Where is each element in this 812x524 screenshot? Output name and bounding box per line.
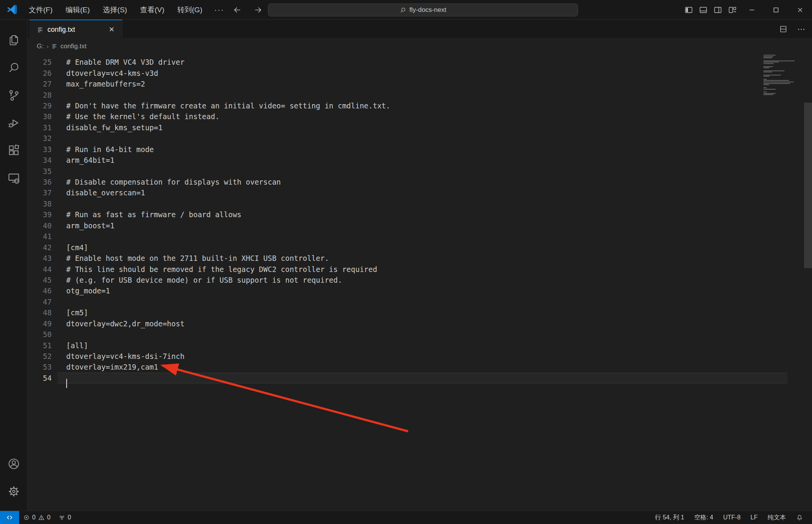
title-bar: 文件(F) 编辑(E) 选择(S) 查看(V) 转到(G) ··· fly-do… <box>0 0 812 20</box>
editor-more-actions-icon[interactable]: ⋯ <box>795 23 808 36</box>
code-line[interactable]: 43# Enable host mode on the 2711 built-i… <box>28 253 812 264</box>
text-file-icon <box>52 43 57 49</box>
toggle-primary-sidebar-icon[interactable] <box>681 0 696 20</box>
code-line[interactable]: 53dtoverlay=imx219,cam1 <box>28 362 812 372</box>
code-line[interactable]: 51[all] <box>28 340 812 350</box>
run-and-debug-icon[interactable] <box>2 109 26 137</box>
code-text: disable_overscan=1 <box>66 188 145 197</box>
settings-gear-icon[interactable] <box>2 478 26 505</box>
code-line[interactable]: 36# Disable compensation for displays wi… <box>28 177 812 187</box>
breadcrumb-drive[interactable]: G: <box>37 43 44 50</box>
code-line[interactable]: 25# Enable DRM VC4 V3D driver <box>28 57 812 67</box>
code-line[interactable]: 34arm_64bit=1 <box>28 155 812 165</box>
warning-icon <box>38 514 45 521</box>
code-line[interactable]: 28 <box>28 89 812 100</box>
navigate-forward-icon[interactable] <box>250 3 266 17</box>
code-line[interactable]: 41 <box>28 231 812 242</box>
code-line[interactable]: 32 <box>28 133 812 144</box>
close-window-button[interactable] <box>788 0 812 20</box>
code-text: # Enable host mode on the 2711 built-in … <box>66 254 329 262</box>
vertical-scrollbar[interactable] <box>804 54 812 511</box>
code-line[interactable]: 27max_framebuffers=2 <box>28 79 812 89</box>
customize-layout-icon[interactable] <box>725 0 740 20</box>
code-text: # Run as fast as firmware / board allows <box>66 210 242 219</box>
code-line[interactable]: 40arm_boost=1 <box>28 220 812 231</box>
menu-overflow[interactable]: ··· <box>209 5 230 14</box>
maximize-button[interactable] <box>764 0 788 20</box>
line-number: 34 <box>28 156 66 164</box>
code-line[interactable]: 30# Use the kernel's default instead. <box>28 111 812 122</box>
menu-selection[interactable]: 选择(S) <box>96 0 134 20</box>
ports-indicator[interactable]: 0 <box>54 511 75 524</box>
toggle-panel-icon[interactable] <box>696 0 711 20</box>
code-line[interactable]: 50 <box>28 329 812 340</box>
encoding[interactable]: UTF-8 <box>718 511 745 524</box>
menu-goto[interactable]: 转到(G) <box>171 0 209 20</box>
text-file-icon <box>37 26 44 33</box>
remote-explorer-icon[interactable] <box>2 164 26 192</box>
tab-close-icon[interactable]: ✕ <box>106 25 117 34</box>
line-number: 49 <box>28 319 66 328</box>
tab-bar: config.txt ✕ ⋯ <box>28 20 812 39</box>
navigate-back-icon[interactable] <box>230 3 245 17</box>
scrollbar-slider[interactable] <box>804 103 812 268</box>
menu-file[interactable]: 文件(F) <box>22 0 59 20</box>
breadcrumb-file[interactable]: config.txt <box>60 43 87 50</box>
tab-config-txt[interactable]: config.txt ✕ <box>29 20 123 39</box>
code-line[interactable]: 37disable_overscan=1 <box>28 187 812 198</box>
line-number: 39 <box>28 210 66 219</box>
code-line[interactable]: 47 <box>28 296 812 307</box>
code-text: dtoverlay=dwc2,dr_mode=host <box>66 319 185 328</box>
code-text: arm_64bit=1 <box>66 156 114 164</box>
line-number: 31 <box>28 123 66 132</box>
ports-count: 0 <box>68 514 71 521</box>
code-line[interactable]: 29# Don't have the firmware create an in… <box>28 100 812 111</box>
code-line[interactable]: 33# Run in 64-bit mode <box>28 144 812 155</box>
minimap[interactable] <box>763 55 803 97</box>
code-text: arm_boost=1 <box>66 221 114 230</box>
remote-indicator[interactable] <box>0 511 19 524</box>
split-editor-icon[interactable] <box>777 23 790 36</box>
code-editor[interactable]: 25# Enable DRM VC4 V3D driver26dtoverlay… <box>28 54 812 511</box>
code-line[interactable]: 31disable_fw_kms_setup=1 <box>28 122 812 133</box>
code-line[interactable]: 42[cm4] <box>28 242 812 252</box>
code-line[interactable]: 46otg_mode=1 <box>28 285 812 296</box>
code-line[interactable]: 54 <box>28 373 812 383</box>
code-line[interactable]: 26dtoverlay=vc4-kms-v3d <box>28 67 812 78</box>
code-text: max_framebuffers=2 <box>66 80 145 88</box>
notifications-bell[interactable] <box>791 511 808 524</box>
code-line[interactable]: 45# (e.g. for USB device mode) or if USB… <box>28 275 812 285</box>
line-number: 43 <box>28 254 66 262</box>
explorer-icon[interactable] <box>2 26 26 54</box>
cursor-position[interactable]: 行 54, 列 1 <box>650 511 689 524</box>
code-text: otg_mode=1 <box>66 287 110 295</box>
code-text: # Enable DRM VC4 V3D driver <box>66 58 185 66</box>
menu-edit[interactable]: 编辑(E) <box>59 0 96 20</box>
line-number: 33 <box>28 145 66 154</box>
accounts-icon[interactable] <box>2 450 26 478</box>
code-line[interactable]: 48[cm5] <box>28 307 812 318</box>
line-number: 45 <box>28 276 66 284</box>
problems-indicator[interactable]: 0 0 <box>19 511 54 524</box>
line-number: 41 <box>28 232 66 241</box>
code-line[interactable]: 44# This line should be removed if the l… <box>28 264 812 274</box>
indentation[interactable]: 空格: 4 <box>689 511 718 524</box>
search-view-icon[interactable] <box>2 54 26 82</box>
error-icon <box>23 514 30 521</box>
source-control-icon[interactable] <box>2 82 26 109</box>
menu-view[interactable]: 查看(V) <box>134 0 171 20</box>
code-line[interactable]: 39# Run as fast as firmware / board allo… <box>28 209 812 220</box>
code-line[interactable]: 35 <box>28 165 812 176</box>
minimize-button[interactable] <box>740 0 764 20</box>
command-center-search[interactable]: fly-docs-next <box>268 3 578 16</box>
toggle-secondary-sidebar-icon[interactable] <box>711 0 725 20</box>
code-text: # Disable compensation for displays with… <box>66 178 281 186</box>
language-mode[interactable]: 纯文本 <box>763 511 791 524</box>
code-line[interactable]: 38 <box>28 198 812 209</box>
code-text: # Run in 64-bit mode <box>66 145 154 154</box>
code-line[interactable]: 49dtoverlay=dwc2,dr_mode=host <box>28 318 812 329</box>
code-line[interactable]: 52dtoverlay=vc4-kms-dsi-7inch <box>28 351 812 362</box>
error-count: 0 <box>32 514 36 521</box>
eol-sequence[interactable]: LF <box>745 511 763 524</box>
extensions-icon[interactable] <box>2 137 26 164</box>
